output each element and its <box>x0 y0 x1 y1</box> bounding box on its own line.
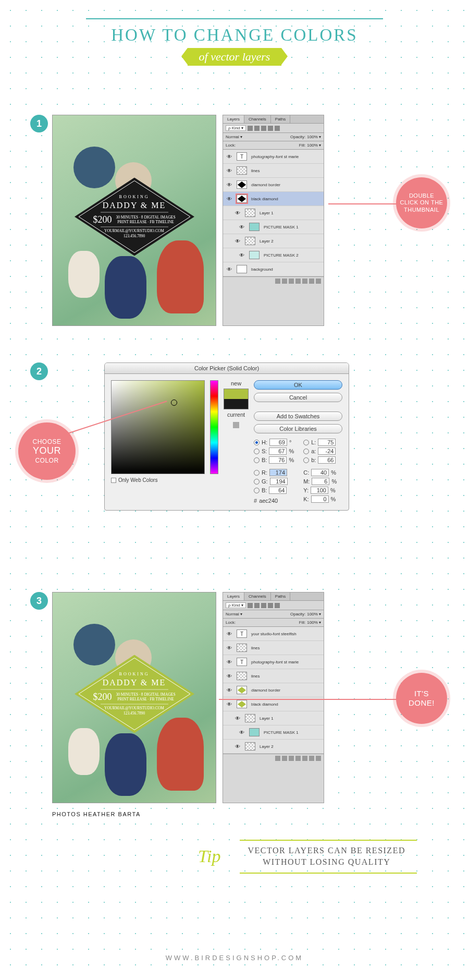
layer-row[interactable]: 👁Layer 1 <box>223 206 324 220</box>
trash-icon[interactable] <box>316 756 321 761</box>
fill-input[interactable]: 100% ▾ <box>307 143 321 148</box>
visibility-icon[interactable]: 👁 <box>239 252 245 258</box>
input-g[interactable]: 194 <box>270 478 288 485</box>
radio-g[interactable] <box>254 479 260 485</box>
fx-icon[interactable] <box>282 756 287 761</box>
filter-shape-icon[interactable] <box>268 126 273 131</box>
visibility-icon[interactable]: 👁 <box>226 673 232 679</box>
radio-b[interactable] <box>254 457 260 463</box>
filter-type-icon[interactable] <box>261 603 266 608</box>
visibility-icon[interactable]: 👁 <box>234 238 241 244</box>
visibility-icon[interactable]: 👁 <box>234 744 241 749</box>
radio-h[interactable] <box>254 440 260 445</box>
layer-row[interactable]: 👁Layer 2 <box>223 740 324 754</box>
input-bb[interactable]: 66 <box>318 456 336 464</box>
tab-paths[interactable]: Paths <box>271 115 290 123</box>
visibility-icon[interactable]: 👁 <box>226 168 232 174</box>
input-h[interactable]: 69 <box>269 439 287 446</box>
layer-row[interactable]: 👁PICTURE MASK 2 <box>223 248 324 262</box>
opacity-input[interactable]: 100% ▾ <box>307 135 321 139</box>
shape-thumb-icon[interactable] <box>237 180 247 189</box>
visibility-icon[interactable]: 👁 <box>226 701 232 707</box>
filter-shape-icon[interactable] <box>268 603 273 608</box>
filter-pixel-icon[interactable] <box>248 603 253 608</box>
visibility-icon[interactable]: 👁 <box>226 154 232 160</box>
filter-type-icon[interactable] <box>261 126 266 131</box>
radio-a[interactable] <box>303 449 309 454</box>
input-y[interactable]: 100 <box>311 487 328 494</box>
link-icon[interactable] <box>275 279 280 284</box>
input-m[interactable]: 6 <box>312 478 329 485</box>
input-c[interactable]: 40 <box>311 469 329 476</box>
radio-bb[interactable] <box>303 457 309 463</box>
input-r[interactable]: 174 <box>269 469 287 476</box>
blend-mode-select[interactable]: Normal ▾ <box>226 135 289 139</box>
radio-s[interactable] <box>254 449 260 454</box>
blend-mode-select[interactable]: Normal ▾ <box>226 612 289 616</box>
cancel-button[interactable]: Cancel <box>254 393 342 402</box>
tab-layers[interactable]: Layers <box>223 592 244 600</box>
layer-row[interactable]: 👁lines <box>223 164 324 178</box>
color-cursor[interactable] <box>171 400 177 406</box>
tab-channels[interactable]: Channels <box>244 592 271 600</box>
input-b[interactable]: 76 <box>269 456 287 464</box>
input-s[interactable]: 67 <box>269 447 287 455</box>
layer-row[interactable]: 👁lines <box>223 669 324 683</box>
layer-row[interactable]: 👁PICTURE MASK 1 <box>223 220 324 234</box>
add-to-swatches-button[interactable]: Add to Swatches <box>254 412 342 421</box>
filter-smart-icon[interactable] <box>275 603 280 608</box>
filter-adjust-icon[interactable] <box>254 603 260 608</box>
filter-smart-icon[interactable] <box>275 126 280 131</box>
visibility-icon[interactable]: 👁 <box>239 224 245 230</box>
input-l[interactable]: 75 <box>318 439 336 446</box>
visibility-icon[interactable]: 👁 <box>226 267 232 272</box>
filter-adjust-icon[interactable] <box>254 126 260 131</box>
layer-row[interactable]: 👁Layer 2 <box>223 234 324 248</box>
new-layer-icon[interactable] <box>309 756 314 761</box>
filter-pixel-icon[interactable] <box>248 126 253 131</box>
group-icon[interactable] <box>302 279 307 284</box>
visibility-icon[interactable]: 👁 <box>226 631 232 637</box>
visibility-icon[interactable]: 👁 <box>239 730 245 735</box>
color-field[interactable] <box>111 380 205 474</box>
layer-row[interactable]: 👁black diamond <box>223 192 324 206</box>
layer-row[interactable]: 👁diamond border <box>223 178 324 192</box>
tab-layers[interactable]: Layers <box>223 115 244 123</box>
new-layer-icon[interactable] <box>309 279 314 284</box>
radio-l[interactable] <box>303 440 309 445</box>
visibility-icon[interactable]: 👁 <box>226 659 232 665</box>
color-libraries-button[interactable]: Color Libraries <box>254 424 342 433</box>
fill-input[interactable]: 100% ▾ <box>307 620 321 625</box>
input-a[interactable]: -24 <box>318 447 336 455</box>
layer-row[interactable]: 👁diamond border <box>223 683 324 697</box>
tab-channels[interactable]: Channels <box>244 115 271 123</box>
layer-row[interactable]: 👁Tphotography-font st marie <box>223 150 324 164</box>
group-icon[interactable] <box>302 756 307 761</box>
input-b2[interactable]: 64 <box>269 487 287 494</box>
shape-thumb-icon[interactable] <box>237 195 247 203</box>
ok-button[interactable]: OK <box>254 380 342 390</box>
visibility-icon[interactable]: 👁 <box>226 182 232 188</box>
layer-row[interactable]: 👁background <box>223 262 324 276</box>
radio-r[interactable] <box>254 470 260 476</box>
input-k[interactable]: 0 <box>311 495 329 503</box>
layer-row[interactable]: 👁Tyour studio-font steelfish <box>223 627 324 641</box>
trash-icon[interactable] <box>316 279 321 284</box>
hue-slider[interactable] <box>210 380 218 474</box>
shape-thumb-icon[interactable] <box>237 700 247 708</box>
fx-icon[interactable] <box>282 279 287 284</box>
opacity-input[interactable]: 100% ▾ <box>307 612 321 616</box>
visibility-icon[interactable]: 👁 <box>226 645 232 651</box>
mask-icon[interactable] <box>289 279 294 284</box>
input-hex[interactable]: aec240 <box>259 498 278 504</box>
visibility-icon[interactable]: 👁 <box>226 687 232 693</box>
tab-paths[interactable]: Paths <box>271 592 290 600</box>
layer-row[interactable]: 👁Tphotography-font st marie <box>223 655 324 669</box>
layer-row[interactable]: 👁PICTURE MASK 1 <box>223 725 324 740</box>
adjustment-icon[interactable] <box>295 279 301 284</box>
visibility-icon[interactable]: 👁 <box>234 716 241 721</box>
layer-row[interactable]: 👁Layer 1 <box>223 711 324 725</box>
shape-thumb-icon[interactable] <box>237 686 247 694</box>
visibility-icon[interactable]: 👁 <box>226 196 232 202</box>
only-web-colors[interactable]: Only Web Colors <box>111 477 205 483</box>
